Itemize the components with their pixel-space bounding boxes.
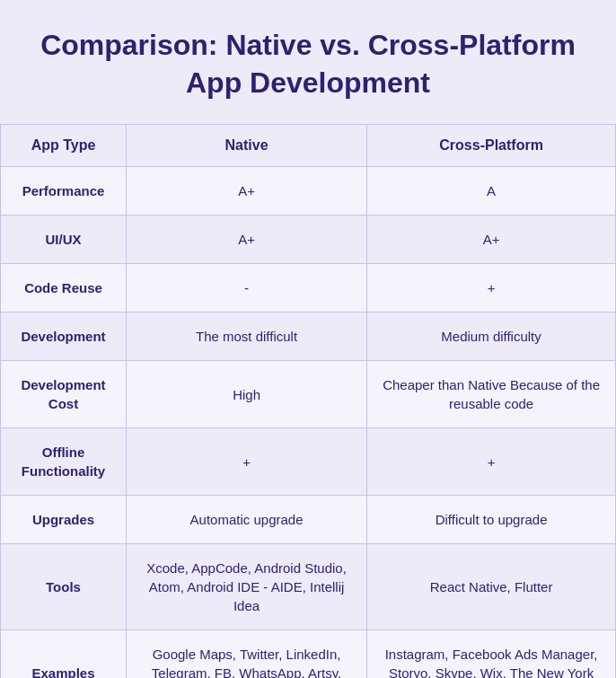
- table-row: Code Reuse-+: [1, 264, 616, 313]
- cell-native: +: [126, 428, 366, 496]
- cell-native: Xcode, AppCode, Android Studio, Atom, An…: [126, 544, 366, 630]
- table-header: App Type Native Cross-Platform: [1, 125, 616, 167]
- table-row: PerformanceA+A: [1, 167, 616, 216]
- cell-feature: Development: [1, 313, 127, 361]
- cell-crossplatform: Cheaper than Native Because of the reusa…: [367, 361, 616, 428]
- table-row: DevelopmentThe most difficultMedium diff…: [1, 313, 616, 361]
- cell-crossplatform: Instagram, Facebook Ads Manager, Storyo,…: [367, 630, 616, 678]
- cell-crossplatform: Medium difficulty: [367, 313, 616, 361]
- cell-crossplatform: React Native, Flutter: [367, 544, 616, 630]
- cell-native: A+: [126, 216, 366, 264]
- table-row: Development CostHighCheaper than Native …: [1, 361, 616, 428]
- table-row: UpgradesAutomatic upgradeDifficult to up…: [1, 496, 616, 544]
- cell-native: The most difficult: [126, 313, 366, 361]
- cell-feature: Performance: [1, 167, 127, 216]
- table-row: UI/UXA+A+: [1, 216, 616, 264]
- table-body: PerformanceA+AUI/UXA+A+Code Reuse-+Devel…: [1, 167, 616, 678]
- page-title: Comparison: Native vs. Cross-Platform Ap…: [36, 27, 580, 101]
- cell-native: Automatic upgrade: [126, 496, 366, 544]
- cell-feature: Upgrades: [1, 496, 127, 544]
- cell-feature: Development Cost: [1, 361, 127, 428]
- cell-native: -: [126, 264, 366, 313]
- comparison-table-container: App Type Native Cross-Platform Performan…: [0, 124, 616, 678]
- cell-native: A+: [126, 167, 366, 216]
- cell-feature: Examples: [1, 630, 127, 678]
- cell-native: Google Maps, Twitter, LinkedIn, Telegram…: [126, 630, 366, 678]
- cell-native: High: [126, 361, 366, 428]
- cell-crossplatform: +: [367, 428, 616, 496]
- table-row: ExamplesGoogle Maps, Twitter, LinkedIn, …: [1, 630, 616, 678]
- cell-crossplatform: Difficult to upgrade: [367, 496, 616, 544]
- header-row: App Type Native Cross-Platform: [1, 125, 616, 167]
- cell-crossplatform: A: [367, 167, 616, 216]
- cell-feature: Offline Functionality: [1, 428, 127, 496]
- cell-crossplatform: +: [367, 264, 616, 313]
- table-row: ToolsXcode, AppCode, Android Studio, Ato…: [1, 544, 616, 630]
- col-header-crossplatform: Cross-Platform: [367, 125, 616, 167]
- col-header-native: Native: [126, 125, 366, 167]
- cell-feature: Tools: [1, 544, 127, 630]
- table-row: Offline Functionality++: [1, 428, 616, 496]
- col-header-feature: App Type: [1, 125, 127, 167]
- cell-feature: UI/UX: [1, 216, 127, 264]
- cell-feature: Code Reuse: [1, 264, 127, 313]
- comparison-table: App Type Native Cross-Platform Performan…: [0, 124, 616, 678]
- page-header: Comparison: Native vs. Cross-Platform Ap…: [0, 0, 616, 124]
- cell-crossplatform: A+: [367, 216, 616, 264]
